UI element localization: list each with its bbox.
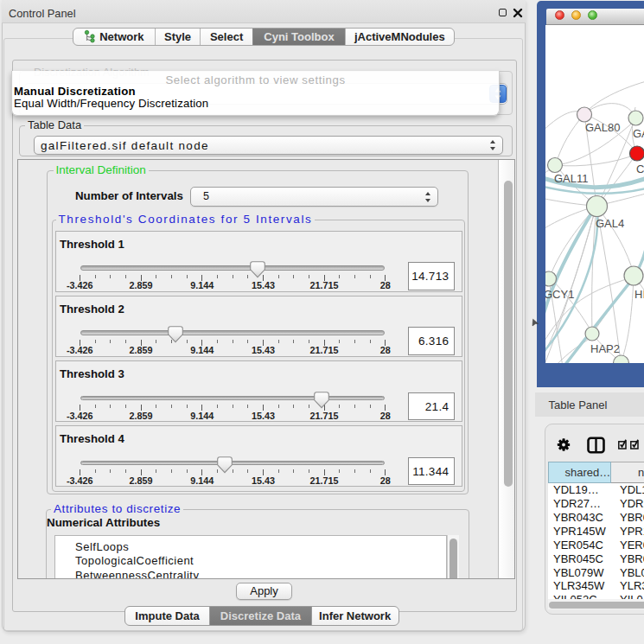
- svg-text:C: C: [636, 163, 644, 175]
- svg-text:HI: HI: [634, 288, 644, 301]
- svg-text:GAL80: GAL80: [585, 121, 620, 134]
- svg-text:GCY1: GCY1: [545, 288, 574, 301]
- svg-text:GA: GA: [633, 127, 644, 140]
- svg-text:HAP2: HAP2: [590, 342, 620, 355]
- svg-text:GAL11: GAL11: [554, 172, 589, 185]
- svg-text:GAL4: GAL4: [596, 217, 624, 230]
